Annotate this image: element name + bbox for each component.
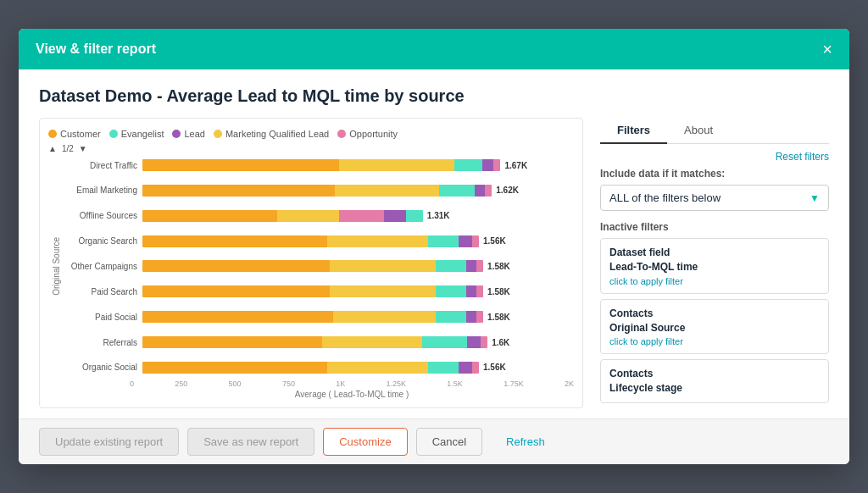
reset-filters-link[interactable]: Reset filters: [600, 151, 829, 163]
bar-segment: [322, 336, 422, 348]
filter-cards-container: Dataset fieldLead-To-MQL time click to a…: [600, 238, 829, 408]
bar-row: Paid Search1.58K: [61, 283, 574, 300]
bar-segment: [428, 362, 459, 374]
filter-card[interactable]: ContactsLifecycle stage: [600, 359, 829, 403]
bar-segment: [466, 285, 476, 297]
x-tick: 1K: [336, 379, 345, 388]
pagination-down-icon[interactable]: ▼: [79, 144, 87, 153]
legend-label: Opportunity: [349, 129, 398, 139]
bar-label: Organic Search: [61, 236, 137, 246]
bar-container: 1.58K: [142, 260, 574, 272]
bar-label: Referrals: [61, 338, 137, 347]
inactive-filters-label: Inactive filters: [600, 221, 829, 233]
modal-header-title: View & filter report: [36, 42, 156, 57]
bar-segment: [142, 159, 339, 171]
bar-row: Email Marketing1.62K: [61, 182, 574, 199]
pagination-up-icon[interactable]: ▲: [48, 144, 57, 153]
bar-segment: [142, 185, 335, 197]
bar-segment: [472, 362, 479, 374]
bar-container: 1.58K: [142, 285, 574, 297]
legend-label: Evangelist: [121, 129, 164, 139]
bar-segment: [428, 235, 459, 247]
chart-legend: CustomerEvangelistLeadMarketing Qualifie…: [48, 129, 574, 139]
refresh-button[interactable]: Refresh: [491, 429, 560, 455]
x-tick: 500: [229, 379, 242, 388]
x-axis-title: Average ( Lead-To-MQL time ): [130, 390, 574, 399]
bar-row: Referrals1.6K: [61, 334, 574, 351]
bar-value: 1.62K: [496, 186, 519, 195]
legend-item: Opportunity: [337, 129, 398, 139]
update-report-button[interactable]: Update existing report: [39, 428, 179, 456]
filter-dropdown[interactable]: ALL of the filters below ▼: [600, 185, 829, 211]
chevron-down-icon: ▼: [810, 192, 820, 204]
bar-row: Other Campaigns1.58K: [61, 258, 574, 274]
save-new-report-button[interactable]: Save as new report: [187, 428, 314, 456]
bar-track: [142, 185, 492, 197]
filter-card-link[interactable]: click to apply filter: [609, 276, 820, 286]
tab-about[interactable]: About: [667, 118, 730, 144]
legend-label: Marketing Qualified Lead: [225, 129, 329, 139]
bar-segment: [142, 285, 330, 297]
bar-label: Other Campaigns: [61, 262, 137, 271]
bar-value: 1.58K: [487, 313, 510, 322]
bar-segment: [406, 210, 423, 222]
bar-row: Organic Search1.56K: [61, 233, 574, 250]
bar-row: Offline Sources1.31K: [61, 208, 574, 224]
bar-segment: [436, 285, 466, 297]
bar-container: 1.58K: [142, 311, 574, 323]
bar-track: [142, 210, 423, 222]
bar-track: [142, 235, 479, 247]
bar-segment: [454, 159, 483, 171]
bar-row: Direct Traffic1.67K: [61, 157, 574, 174]
bar-segment: [277, 210, 339, 222]
filter-card[interactable]: Dataset fieldLead-To-MQL time click to a…: [600, 238, 829, 294]
modal-footer: Update existing report Save as new repor…: [19, 418, 849, 464]
bar-value: 1.6K: [492, 338, 509, 347]
bar-label: Email Marketing: [61, 186, 137, 195]
pagination-text: 1/2: [62, 144, 74, 153]
report-title: Dataset Demo - Average Lead to MQL time …: [39, 86, 829, 106]
bar-label: Organic Social: [61, 363, 137, 372]
filter-card[interactable]: ContactsOriginal Source click to apply f…: [600, 299, 829, 355]
filter-panel: FiltersAbout Reset filters Include data …: [600, 118, 829, 408]
bar-segment: [142, 260, 330, 272]
bar-segment: [482, 159, 493, 171]
modal-close-button[interactable]: ×: [822, 41, 832, 58]
bar-value: 1.56K: [483, 236, 506, 246]
bar-value: 1.56K: [483, 363, 506, 372]
bar-value: 1.58K: [487, 287, 510, 296]
bar-container: 1.56K: [142, 235, 574, 247]
bar-row: Organic Social1.56K: [61, 359, 574, 376]
bar-segment: [476, 260, 483, 272]
filter-card-link[interactable]: click to apply filter: [609, 336, 820, 346]
bar-container: 1.62K: [142, 185, 574, 197]
bar-label: Direct Traffic: [61, 161, 137, 170]
bar-segment: [485, 185, 492, 197]
bar-segment: [439, 185, 474, 197]
filter-card-title: ContactsOriginal Source: [609, 307, 820, 335]
x-axis-area: 02505007501K1.25K1.5K1.75K2K Average ( L…: [48, 379, 574, 399]
legend-item: Marketing Qualified Lead: [214, 129, 329, 139]
y-axis-label: Original Source: [48, 157, 61, 376]
legend-dot: [48, 130, 57, 138]
customize-button[interactable]: Customize: [323, 428, 407, 456]
chart-area: CustomerEvangelistLeadMarketing Qualifie…: [39, 118, 583, 408]
bar-segment: [142, 235, 327, 247]
cancel-button[interactable]: Cancel: [416, 428, 482, 456]
bar-track: [142, 336, 487, 348]
bar-value: 1.67K: [504, 161, 527, 170]
legend-item: Evangelist: [109, 129, 164, 139]
bar-segment: [481, 336, 487, 348]
filter-dropdown-value: ALL of the filters below: [609, 191, 721, 204]
bar-value: 1.31K: [427, 211, 450, 220]
bar-segment: [339, 159, 453, 171]
chart-wrapper: Original Source Direct Traffic1.67KEmail…: [48, 157, 574, 376]
legend-dot: [214, 130, 222, 138]
bar-segment: [466, 311, 476, 323]
bar-segment: [335, 185, 440, 197]
bar-segment: [475, 185, 485, 197]
bar-segment: [472, 235, 479, 247]
tab-filters[interactable]: Filters: [600, 118, 667, 144]
modal-overlay: View & filter report × Dataset Demo - Av…: [0, 0, 868, 493]
bar-container: 1.67K: [142, 159, 574, 171]
